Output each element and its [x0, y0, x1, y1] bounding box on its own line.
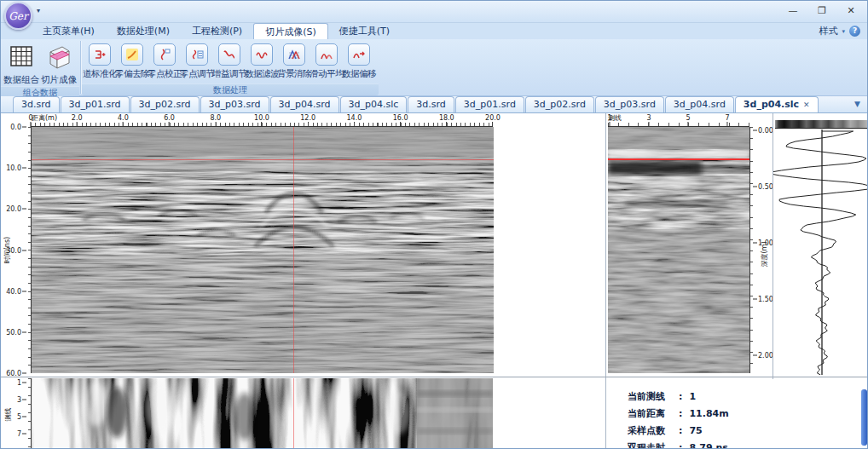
quick-access-dropdown-icon[interactable]: ▾ [37, 7, 40, 14]
menu-tab[interactable]: 便捷工具(T) [328, 23, 401, 39]
y-tick: 3 [17, 396, 26, 404]
document-tab[interactable]: 3d_p01.srd [61, 96, 130, 112]
button-label: 数据偏移 [342, 68, 376, 80]
window-controls: — ❐ ✕ [780, 3, 864, 20]
tab-close-icon[interactable]: ✕ [803, 97, 810, 112]
zero-correction-icon [153, 43, 176, 66]
app-logo-text: Ger [9, 10, 27, 22]
data-filter-button[interactable]: 数据滤波 [246, 42, 278, 80]
y-tick: 7 [17, 430, 26, 438]
ribbon: 数据组合 切片成像 组合数据 [1, 39, 867, 96]
moving-average-icon [315, 43, 338, 66]
button-label: 零点调节 [180, 68, 214, 80]
info-value: 1 [689, 391, 696, 402]
menu-tab[interactable]: 主页菜单(H) [32, 23, 106, 39]
info-row: 当前测线 : 1 [628, 388, 729, 405]
maximize-button[interactable]: ❐ [809, 3, 835, 20]
help-icon[interactable]: ? [849, 26, 860, 37]
y-tick: 1 [17, 379, 26, 387]
ascan-trace-panel[interactable] [773, 130, 868, 375]
zero-adjust-icon [186, 43, 208, 66]
document-tab-bar: 3d.srd3d_p01.srd3d_p02.srd3d_p03.srd3d_p… [1, 96, 867, 113]
document-tab[interactable]: 3d_p01.srd [455, 96, 524, 112]
dc-removal-button[interactable]: 零偏去除 [116, 42, 148, 80]
y-tick: 50.0 [6, 328, 26, 336]
slice-imaging-button[interactable]: 切片成像 [40, 42, 78, 86]
vertical-scrollbar-thumb[interactable] [861, 389, 867, 446]
button-label: 零点校正 [148, 68, 182, 80]
info-label: 当前距离 [628, 407, 677, 420]
button-label: 增益调节 [212, 68, 246, 80]
trace-normalize-button[interactable]: 道标准化 [84, 42, 116, 80]
document-tabs: 3d.srd3d_p01.srd3d_p02.srd3d_p03.srd3d_p… [13, 96, 819, 112]
titlebar: Ger ▾ — ❐ ✕ [1, 1, 867, 23]
y-tick: 1.50 [753, 296, 773, 303]
panel-divider-vertical[interactable] [605, 113, 606, 449]
info-row: 采样点数 : 75 [628, 422, 729, 439]
plan-position-marker-line [293, 378, 294, 449]
cross-y-axis-title: 深度(m) [760, 229, 769, 280]
style-dropdown-arrow-icon[interactable]: ▾ [842, 28, 845, 35]
y-tick: 20.0 [6, 205, 26, 213]
document-tab[interactable]: 3d_p02.srd [525, 96, 594, 112]
tab-overflow-dropdown-icon[interactable]: ▼ [854, 96, 867, 112]
document-tab[interactable]: 3d_p04.srd [665, 96, 734, 112]
menu-tabs: 主页菜单(H)数据处理(M)工程检测(P)切片成像(S)便捷工具(T) [32, 23, 401, 39]
style-dropdown[interactable]: 样式 [819, 25, 837, 37]
info-value: 11.84m [689, 408, 728, 419]
document-tab[interactable]: 3d_p03.srd [200, 96, 269, 112]
button-label: 切片成像 [41, 74, 77, 86]
plan-y-axis-title: 测线 [3, 389, 13, 440]
plan-slice-image[interactable] [32, 378, 493, 449]
info-value: 8.79 ns [689, 442, 727, 449]
zero-adjust-button[interactable]: 零点调节 [181, 42, 213, 80]
data-migration-icon [348, 43, 370, 66]
zero-correction-button[interactable]: 零点校正 [148, 42, 181, 80]
menubar-right: 样式 ▾ ? [819, 23, 867, 39]
document-tab[interactable]: 3d_p04.slc✕ [735, 96, 819, 112]
document-tab[interactable]: 3d_p03.srd [595, 96, 664, 112]
moving-average-button[interactable]: 滑动平均 [310, 42, 343, 80]
bscan-image[interactable] [32, 127, 494, 373]
menu-tab[interactable]: 切片成像(S) [253, 23, 328, 39]
menu-tab[interactable]: 工程检测(P) [181, 23, 253, 39]
gain-adjust-button[interactable]: 增益调节 [213, 42, 246, 80]
menu-tab[interactable]: 数据处理(M) [106, 23, 181, 39]
app-logo[interactable]: Ger [4, 2, 32, 30]
minimize-button[interactable]: — [780, 3, 806, 20]
document-tab[interactable]: 3d.srd [408, 96, 454, 112]
info-separator: : [679, 408, 682, 419]
panel-divider-horizontal[interactable] [1, 377, 868, 377]
info-separator: : [679, 391, 682, 402]
info-separator: : [679, 425, 682, 436]
ribbon-separator [80, 41, 81, 94]
button-label: 零偏去除 [115, 68, 149, 80]
slice-cube-icon [46, 43, 72, 72]
data-combine-button[interactable]: 数据组合 [3, 42, 40, 86]
y-tick: 40.0 [6, 287, 26, 295]
button-label: 数据组合 [3, 74, 39, 86]
cross-slice-image[interactable] [608, 127, 749, 373]
close-button[interactable]: ✕ [838, 3, 864, 20]
document-tab[interactable]: 3d_p04.slc [340, 96, 408, 112]
crosshair-vertical-line [293, 127, 294, 373]
info-value: 75 [689, 425, 702, 436]
background-removal-icon [283, 43, 305, 66]
y-tick: 0.0 [10, 124, 26, 131]
y-tick: 2.00 [753, 352, 773, 360]
trace-normalize-icon [89, 43, 111, 66]
trace-info-panel: 当前测线 : 1 当前距离 : 11.84m 采样点数 : 75 双程走时 : … [628, 388, 729, 449]
document-tab[interactable]: 3d.srd [13, 96, 60, 112]
gain-adjust-icon [218, 43, 240, 66]
data-filter-icon [251, 43, 273, 66]
document-tab[interactable]: 3d_p04.srd [270, 96, 339, 112]
bscan-texture [32, 127, 494, 373]
button-label: 道标准化 [83, 68, 117, 80]
dc-removal-icon [121, 43, 143, 66]
data-migration-button[interactable]: 数据偏移 [343, 42, 375, 80]
background-removal-button[interactable]: 背景消除 [278, 42, 310, 80]
ribbon-group-combine: 数据组合 切片成像 组合数据 [1, 39, 79, 95]
document-tab[interactable]: 3d_p02.srd [130, 96, 200, 112]
button-label: 背景消除 [277, 68, 311, 80]
y-tick: 5 [17, 413, 26, 421]
